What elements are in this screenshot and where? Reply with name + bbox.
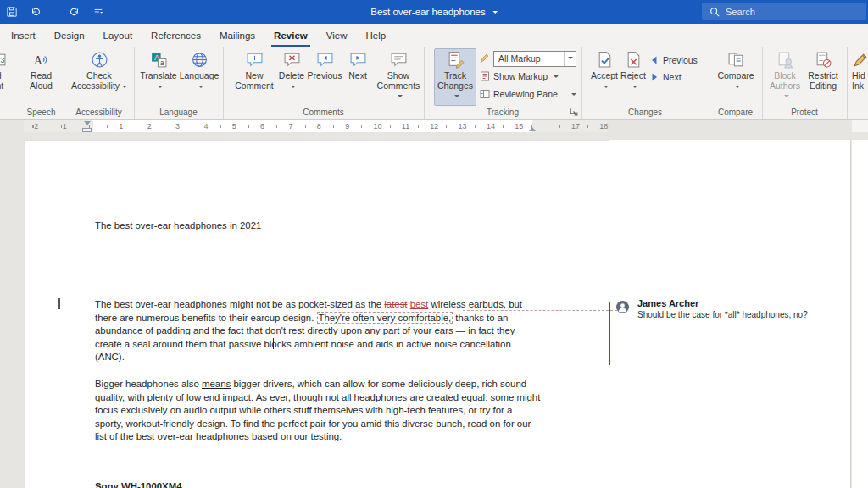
restrict-editing-button[interactable]: Restrict Editing — [804, 49, 842, 105]
right-indent-marker[interactable] — [529, 124, 536, 131]
ruler-number: 2 — [147, 121, 152, 131]
ruler-number: 15 — [515, 121, 523, 131]
show-comments-button[interactable]: Show Comments — [376, 49, 421, 105]
accept-button[interactable]: Accept — [588, 49, 620, 105]
word-count-icon: 123 — [0, 51, 7, 69]
globe-icon — [191, 51, 209, 69]
ribbon-group-accessibility: Check Accessibility Accessibility — [64, 47, 135, 119]
ruler-next-page-fragment — [852, 120, 868, 132]
group-label-protect: Protect — [762, 108, 847, 117]
customize-quick-access-button[interactable] — [86, 0, 110, 24]
chevron-down-icon — [571, 93, 576, 98]
search-placeholder: Search — [726, 7, 755, 17]
next-page-edge — [852, 140, 868, 488]
chevron-down-icon — [398, 95, 403, 100]
ruler-number: 10 — [374, 121, 382, 131]
group-label-compare: Compare — [709, 108, 762, 117]
display-for-review-row: All Markup — [480, 51, 576, 66]
hide-ink-icon — [852, 51, 868, 69]
customize-toolbar-icon — [93, 7, 103, 17]
chevron-down-icon — [198, 86, 203, 91]
block-authors-button[interactable]: Block Authors — [767, 49, 803, 105]
accessibility-icon — [91, 51, 108, 69]
svg-text:A: A — [34, 54, 42, 67]
word-count-button[interactable]: 123 rd unt — [0, 49, 17, 105]
reject-button[interactable]: Reject — [619, 49, 648, 105]
redo-button[interactable] — [63, 0, 86, 24]
translate-button[interactable]: Aa Translate — [139, 49, 178, 105]
chevron-down-icon — [454, 95, 459, 100]
next-change-button[interactable]: Next — [649, 69, 682, 85]
next-comment-button[interactable]: Next — [343, 49, 372, 105]
horizontal-ruler[interactable]: 211234567891011121314151718 — [24, 120, 607, 132]
previous-change-button[interactable]: Previous — [649, 53, 698, 68]
group-label-speech: Speech — [19, 108, 64, 117]
document-title[interactable]: Best over-ear headphones — [370, 7, 498, 17]
tab-mailings[interactable]: Mailings — [210, 24, 264, 47]
previous-comment-button[interactable]: Previous — [306, 49, 343, 105]
svg-text:123: 123 — [0, 56, 4, 64]
paragraph-1[interactable]: The best over-ear headphones might not b… — [95, 298, 541, 364]
chevron-down-icon — [568, 57, 573, 62]
markup-combo[interactable]: All Markup — [493, 51, 576, 67]
combo-arrow[interactable] — [564, 52, 576, 66]
chevron-down-icon — [784, 95, 789, 100]
reviewing-pane-button[interactable]: Reviewing Pane — [480, 86, 576, 102]
document-subheading[interactable]: Sony WH-1000XM4 — [95, 480, 541, 488]
undo-button[interactable] — [24, 0, 47, 24]
chevron-down-icon — [158, 86, 163, 91]
ruler-number: 9 — [345, 121, 349, 131]
text-cursor — [273, 338, 274, 349]
tab-view[interactable]: View — [317, 24, 357, 47]
tracking-dialog-launcher[interactable] — [569, 107, 578, 116]
accept-icon — [596, 51, 614, 69]
tab-help[interactable]: Help — [356, 24, 395, 47]
ruler-number: 4 — [203, 121, 208, 131]
svg-text:a: a — [160, 58, 164, 67]
ruler-number: 12 — [430, 121, 438, 131]
tab-review[interactable]: Review — [264, 24, 317, 47]
chevron-down-icon — [632, 86, 637, 91]
compare-button[interactable]: Compare — [716, 49, 755, 105]
previous-comment-icon — [316, 51, 334, 69]
new-comment-button[interactable]: New Comment — [235, 49, 274, 105]
paragraph-2[interactable]: Bigger headphones also means bigger driv… — [95, 378, 541, 444]
check-accessibility-button[interactable]: Check Accessibility — [70, 49, 128, 105]
delete-comment-button[interactable]: Delete — [277, 49, 306, 105]
tab-insert[interactable]: Insert — [2, 24, 45, 47]
hide-ink-button[interactable]: Hid Ink — [852, 49, 868, 105]
left-indent-marker[interactable] — [82, 128, 92, 132]
comment-card[interactable] — [616, 301, 629, 313]
markup-combo-value: All Markup — [494, 53, 564, 64]
tab-references[interactable]: References — [142, 24, 210, 47]
comment-text[interactable]: Should be the case for *all* headphones,… — [637, 310, 846, 319]
document-page[interactable]: The best over-ear headphones in 2021 The… — [24, 140, 609, 488]
language-button[interactable]: Language — [180, 49, 219, 105]
ruler-number: 6 — [260, 121, 264, 131]
compare-icon — [727, 51, 745, 69]
ribbon-group-compare: Compare Compare — [709, 47, 763, 119]
chevron-down-icon — [735, 86, 740, 91]
ruler-number: 1 — [119, 121, 123, 131]
block-authors-icon — [776, 51, 794, 69]
tab-layout[interactable]: Layout — [94, 24, 142, 47]
ruler-number: 18 — [599, 121, 608, 131]
read-aloud-button[interactable]: A Read Aloud — [22, 49, 60, 105]
chevron-down-icon — [492, 11, 498, 16]
tab-design[interactable]: Design — [45, 24, 94, 47]
chevron-down-icon — [122, 86, 127, 91]
document-heading[interactable]: The best over-ear headphones in 2021 — [95, 219, 541, 233]
comment-author[interactable]: James Archer — [637, 298, 698, 308]
search-box[interactable]: Search — [702, 3, 866, 20]
show-markup-button[interactable]: Show Markup — [480, 69, 559, 84]
ribbon-group-protect: Block Authors Restrict Editing Protect — [762, 47, 848, 119]
group-label-comments: Comments — [223, 108, 424, 117]
save-button[interactable] — [0, 0, 24, 24]
search-icon — [709, 7, 720, 17]
track-changes-button[interactable]: Track Changes — [434, 48, 476, 106]
avatar — [616, 301, 629, 313]
title-bar: Best over-ear headphones Search — [0, 0, 868, 24]
previous-change-icon — [649, 55, 659, 65]
reject-icon — [625, 51, 643, 69]
group-label-tracking: Tracking — [424, 108, 581, 117]
